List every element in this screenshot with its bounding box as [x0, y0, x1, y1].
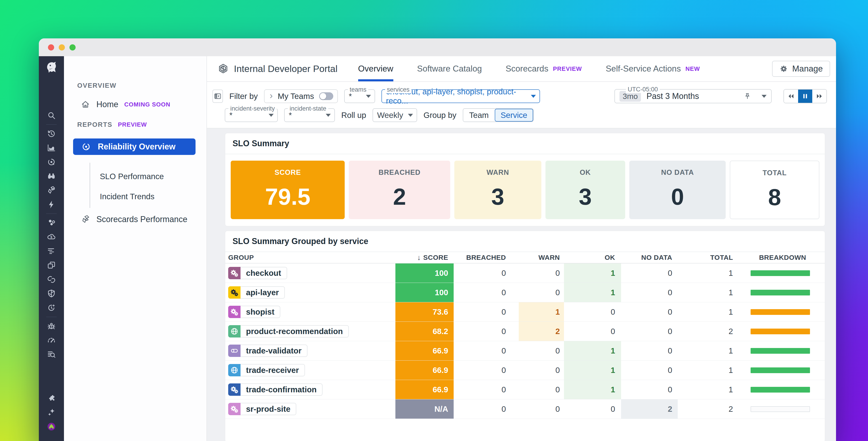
sidebar-item-scorecards-performance[interactable]: Scorecards Performance: [64, 214, 207, 225]
puzzle-icon[interactable]: [46, 393, 56, 403]
slo-summary-title: SLO Summary: [225, 133, 825, 154]
score-cell: 66.9: [395, 341, 454, 360]
gauge-icon[interactable]: [46, 335, 56, 345]
teams-dropdown[interactable]: teams *: [344, 89, 375, 103]
score-cell: 100: [395, 283, 454, 302]
bolt-icon[interactable]: [46, 200, 56, 209]
log-search-icon[interactable]: [46, 350, 56, 359]
warn-cell: 0: [519, 263, 564, 283]
service-chip[interactable]: product-recommendation: [228, 325, 349, 337]
globe-icon: [228, 364, 241, 376]
link-icon[interactable]: [46, 275, 56, 284]
sidebar-item-reliability-overview[interactable]: Reliability Overview: [73, 139, 195, 155]
column-header-no-data[interactable]: NO DATA: [621, 252, 678, 263]
column-header-breached[interactable]: BREACHED: [454, 252, 519, 263]
table-row-api-layer[interactable]: api-layer10000101: [225, 283, 825, 302]
bug-icon[interactable]: [46, 321, 56, 331]
stat-label: OK: [580, 168, 591, 177]
no-data-cell: 2: [621, 400, 678, 419]
ok-cell: 0: [564, 322, 621, 341]
tab-software-catalog[interactable]: Software Catalog: [417, 56, 482, 81]
sidebar-item-home[interactable]: Home COMING SOON: [64, 99, 207, 110]
sparkles-icon[interactable]: [46, 408, 56, 417]
hexagons-icon[interactable]: [46, 218, 56, 228]
column-header-group[interactable]: GROUP: [225, 252, 395, 263]
dock-sidebar: $: [39, 56, 64, 441]
collapse-filters-button[interactable]: [212, 90, 223, 103]
apps-icon[interactable]: [46, 261, 56, 270]
metrics-icon[interactable]: [46, 143, 56, 153]
forward-button[interactable]: [812, 90, 827, 103]
bits-ai-icon[interactable]: [46, 422, 56, 432]
dock-divider: [46, 317, 57, 317]
globe-icon: [228, 325, 241, 337]
tab-label: Self-Service Actions: [606, 64, 681, 74]
watchdog-icon[interactable]: [46, 171, 56, 181]
my-teams-label: My Teams: [278, 92, 314, 101]
table-row-trade-receiver[interactable]: trade-receiver66.900101: [225, 360, 825, 380]
table-row-trade-validator[interactable]: trade-validator66.900101: [225, 341, 825, 360]
table-row-trade-confirmation[interactable]: trade-confirmation66.900101: [225, 380, 825, 400]
breakdown-bar: [751, 387, 810, 392]
column-header-warn[interactable]: WARN: [519, 252, 564, 263]
ai-clock-icon[interactable]: [46, 303, 56, 313]
my-teams-toggle[interactable]: [319, 92, 333, 100]
my-teams-filter[interactable]: › My Teams: [264, 89, 338, 103]
sidebar-item-slo-performance[interactable]: SLO Performance: [90, 166, 207, 186]
incident-severity-dropdown[interactable]: incident-severity *: [225, 108, 278, 122]
cloud-cost-icon[interactable]: $: [46, 232, 56, 242]
section-label-reports: REPORTS PREVIEW: [64, 121, 207, 128]
service-chip[interactable]: api-layer: [228, 286, 285, 299]
column-header-breakdown[interactable]: BREAKDOWN: [740, 252, 825, 263]
pause-button[interactable]: [798, 90, 812, 103]
stat-label: TOTAL: [763, 169, 786, 177]
roll-up-dropdown[interactable]: Weekly: [373, 108, 417, 122]
pin-icon[interactable]: [743, 92, 751, 100]
incident-state-dropdown[interactable]: incident-state *: [284, 108, 335, 122]
table-row-product-recommendation[interactable]: product-recommendation68.202002: [225, 322, 825, 341]
table-row-shopist[interactable]: shopist73.601001: [225, 302, 825, 322]
filter-lines-icon[interactable]: [46, 246, 56, 256]
catalog-layers-icon[interactable]: [46, 185, 56, 195]
teams-legend: teams: [348, 86, 368, 93]
history-icon[interactable]: [46, 129, 56, 139]
zoom-window-button[interactable]: [69, 44, 75, 51]
service-chip[interactable]: trade-receiver: [228, 364, 305, 376]
time-range-selector[interactable]: UTC-05:00 3mo Past 3 Months: [615, 89, 772, 103]
service-chip[interactable]: checkout: [228, 267, 287, 279]
datadog-logo[interactable]: [44, 60, 59, 75]
stat-card-score: SCORE79.5: [231, 160, 345, 219]
service-chip[interactable]: sr-prod-site: [228, 403, 296, 415]
sidebar-item-label: Scorecards Performance: [96, 214, 187, 224]
rewind-button[interactable]: [784, 90, 798, 103]
slo-summary-stats: SCORE79.5BREACHED2WARN3OK3NO DATA0TOTAL8: [225, 154, 825, 226]
slo-target-icon[interactable]: [46, 157, 56, 167]
breakdown-bar: [751, 290, 810, 295]
close-window-button[interactable]: [48, 44, 54, 51]
column-header-total[interactable]: TOTAL: [678, 252, 740, 263]
column-header-ok[interactable]: OK: [564, 252, 621, 263]
tab-badge: NEW: [685, 65, 700, 72]
breakdown-bar: [751, 368, 810, 373]
manage-button[interactable]: Manage: [772, 61, 830, 77]
window-titlebar[interactable]: [39, 38, 836, 56]
service-chip[interactable]: trade-confirmation: [228, 383, 322, 396]
group-by-option-service[interactable]: Service: [495, 109, 533, 122]
tab-overview[interactable]: Overview: [358, 56, 393, 81]
minimize-window-button[interactable]: [59, 44, 65, 51]
tab-self-service-actions[interactable]: Self-Service ActionsNEW: [606, 56, 700, 81]
sidebar-item-incident-trends[interactable]: Incident Trends: [90, 186, 207, 207]
score-cell: 73.6: [395, 302, 454, 322]
tab-scorecards[interactable]: ScorecardsPREVIEW: [506, 56, 582, 81]
services-dropdown[interactable]: services checkout, api-layer, shopist, p…: [381, 89, 540, 103]
service-chip[interactable]: trade-validator: [228, 345, 307, 357]
table-row-checkout[interactable]: checkout10000101: [225, 263, 825, 283]
column-header-score[interactable]: ↓SCORE: [395, 252, 454, 263]
table-row-sr-prod-site[interactable]: sr-prod-siteN/A00022: [225, 400, 825, 419]
total-cell: 1: [678, 360, 740, 380]
shield-icon[interactable]: [46, 289, 56, 298]
tab-label: Software Catalog: [417, 64, 482, 74]
service-chip[interactable]: shopist: [228, 306, 280, 318]
group-by-option-team[interactable]: Team: [463, 109, 495, 122]
search-icon[interactable]: [46, 111, 56, 120]
